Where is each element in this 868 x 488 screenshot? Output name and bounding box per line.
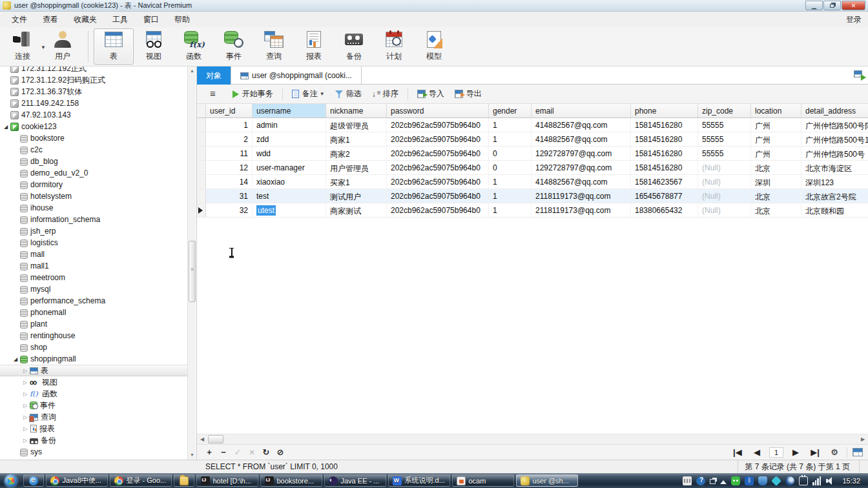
grid-cell[interactable]: utest bbox=[253, 203, 326, 217]
toolbar-schedule-button[interactable]: 计划 bbox=[374, 28, 414, 65]
taskbar-ie-button[interactable] bbox=[23, 474, 44, 487]
row-header[interactable] bbox=[197, 203, 206, 217]
menu-item[interactable]: 查看 bbox=[35, 13, 66, 26]
expander-closed-icon[interactable]: ▷ bbox=[21, 426, 30, 432]
grid-cell[interactable]: admin bbox=[253, 118, 326, 132]
tree-item[interactable]: ▷ 备份 bbox=[0, 434, 187, 446]
grid-cell[interactable]: 202cb962ac59075b964b0 bbox=[387, 147, 489, 160]
grid-cell[interactable]: 买家1 bbox=[326, 175, 387, 188]
toolbar-report-button[interactable]: 报表 bbox=[294, 28, 334, 65]
grid-cell[interactable]: (Null) bbox=[698, 189, 751, 203]
grid-cell[interactable]: 商家1 bbox=[326, 132, 387, 146]
moon-tray-icon[interactable] bbox=[785, 476, 794, 485]
expander-closed-icon[interactable]: ▷ bbox=[21, 368, 30, 374]
grid-cell[interactable]: 0 bbox=[489, 147, 532, 160]
grid-cell[interactable]: 1 bbox=[489, 175, 532, 188]
grid-view-icon[interactable] bbox=[852, 448, 863, 456]
grid-menu-button[interactable]: ≡ bbox=[202, 85, 227, 103]
grid-cell[interactable]: 超级管理员 bbox=[326, 118, 387, 132]
grid-cell[interactable]: 广州仲恺路500号1 bbox=[801, 132, 868, 146]
grid-cell[interactable]: xiaoxiao bbox=[253, 175, 326, 188]
grid-cell[interactable]: 414882567@qq.com bbox=[532, 175, 631, 188]
prev-page-button[interactable]: ◀ bbox=[750, 447, 764, 457]
note-button[interactable]: 备注 ▼ bbox=[287, 86, 330, 102]
tree-item[interactable]: sys bbox=[0, 446, 187, 458]
tree-item[interactable]: 172.31.12.192正式 bbox=[0, 66, 187, 74]
tab[interactable]: 对象 bbox=[197, 66, 231, 85]
start-button[interactable] bbox=[0, 473, 22, 488]
grid-cell[interactable]: 商家2 bbox=[326, 147, 387, 160]
row-header[interactable] bbox=[197, 132, 206, 146]
tab[interactable]: user @shoppingmall (cooki... bbox=[231, 66, 362, 85]
tree-item[interactable]: ▷ 表 bbox=[0, 365, 187, 376]
tree-item[interactable]: bookstore bbox=[0, 132, 187, 144]
grid-cell[interactable]: 414882567@qq.com bbox=[532, 132, 631, 146]
grid-cell[interactable]: 1 bbox=[206, 118, 253, 132]
grid-cell[interactable]: 202cb962ac59075b964b0 bbox=[387, 189, 489, 203]
tree-item[interactable]: meetroom bbox=[0, 272, 187, 283]
grid-cell[interactable]: 北京 bbox=[751, 189, 801, 203]
column-header[interactable]: user_id bbox=[206, 104, 253, 117]
grid-cell[interactable]: (Null) bbox=[698, 203, 751, 217]
grid-cell[interactable]: 北京故宫2号院 bbox=[801, 189, 868, 203]
tree-item[interactable]: 172.31.36.37软体 bbox=[0, 86, 187, 97]
grid-cell[interactable]: 14 bbox=[206, 175, 253, 188]
shield-tray-icon[interactable] bbox=[758, 476, 767, 485]
grid-cell[interactable]: 广州仲恺路500号 bbox=[801, 147, 868, 160]
tree-item[interactable]: mysql bbox=[0, 283, 187, 295]
grid-cell[interactable]: 测试用户 bbox=[326, 189, 387, 203]
row-header[interactable] bbox=[197, 118, 206, 132]
grid-cell[interactable]: 15814516280 bbox=[631, 132, 698, 146]
keyboard-tray-icon[interactable] bbox=[683, 476, 692, 485]
grid-cell[interactable]: (Null) bbox=[698, 161, 751, 174]
grid-cell[interactable]: 15814516280 bbox=[631, 147, 698, 160]
column-header[interactable]: nickname bbox=[326, 104, 387, 117]
table-row[interactable]: 31test测试用户202cb962ac59075b964b0121181191… bbox=[197, 189, 868, 203]
stop-button[interactable]: ⊘ bbox=[273, 447, 287, 457]
grid-cell[interactable]: 11 bbox=[206, 147, 253, 160]
first-page-button[interactable]: |◀ bbox=[730, 447, 745, 457]
toolbar-table-button[interactable]: 表 bbox=[94, 28, 134, 65]
bluetooth-tray-icon[interactable] bbox=[745, 476, 754, 485]
grid-cell[interactable]: 广州 bbox=[751, 118, 801, 132]
column-header[interactable]: gender bbox=[489, 104, 532, 117]
plug-tray-icon[interactable] bbox=[799, 476, 808, 485]
toolbar-connection-button[interactable]: 连接 ▼ bbox=[3, 28, 43, 65]
up-arrow-tray-icon[interactable] bbox=[720, 480, 727, 484]
grid-cell[interactable]: 55555 bbox=[698, 132, 751, 146]
expander-open-icon[interactable]: ◢ bbox=[11, 356, 20, 362]
tree-item[interactable]: 172.31.12.92扫码购正式 bbox=[0, 74, 187, 86]
tree-item[interactable]: dormitory bbox=[0, 179, 187, 190]
tree-item[interactable]: ▷oo 视图 bbox=[0, 376, 187, 388]
taskbar-ocam-button[interactable]: ocam bbox=[452, 474, 514, 487]
tree-item[interactable]: performance_schema bbox=[0, 295, 187, 307]
grid-cell[interactable]: 北京市海淀区 bbox=[801, 161, 868, 174]
grid-cell[interactable]: zdd bbox=[253, 132, 326, 146]
expander-open-icon[interactable]: ◢ bbox=[1, 124, 10, 130]
add-record-button[interactable]: + bbox=[202, 447, 216, 457]
tree-item[interactable]: db_blog bbox=[0, 156, 187, 167]
taskbar-clock[interactable]: 15:32 bbox=[840, 477, 863, 485]
expander-closed-icon[interactable]: ▷ bbox=[21, 403, 30, 409]
login-link[interactable]: 登录 bbox=[846, 14, 862, 25]
grid-cell[interactable]: 31 bbox=[206, 189, 253, 203]
scroll-left-icon[interactable]: ◀ bbox=[197, 434, 207, 444]
restore-button[interactable] bbox=[823, 1, 841, 10]
row-header[interactable] bbox=[197, 189, 206, 203]
tree-item[interactable]: rentinghouse bbox=[0, 330, 187, 341]
grid-cell[interactable]: 广州 bbox=[751, 132, 801, 146]
grid-cell[interactable]: 深圳 bbox=[751, 175, 801, 188]
grid-cell[interactable]: 2 bbox=[206, 132, 253, 146]
tree-item[interactable]: ▷f() 函数 bbox=[0, 388, 187, 400]
tree-item[interactable]: ◢ cookie123 bbox=[0, 121, 187, 132]
grid-cell[interactable]: 18380665432 bbox=[631, 203, 698, 217]
grid-cell[interactable]: user-manager bbox=[253, 161, 326, 174]
sort-button[interactable]: ↓ 排序 bbox=[367, 86, 404, 102]
tree-item[interactable]: shop bbox=[0, 341, 187, 353]
wechat-tray-icon[interactable] bbox=[731, 476, 740, 485]
window-tray-icon[interactable] bbox=[710, 479, 716, 484]
grid-cell[interactable]: 1 bbox=[489, 189, 532, 203]
grid-cell[interactable]: 1 bbox=[489, 132, 532, 146]
scroll-right-icon[interactable]: ▶ bbox=[858, 434, 868, 444]
grid-cell[interactable]: 广州 bbox=[751, 147, 801, 160]
